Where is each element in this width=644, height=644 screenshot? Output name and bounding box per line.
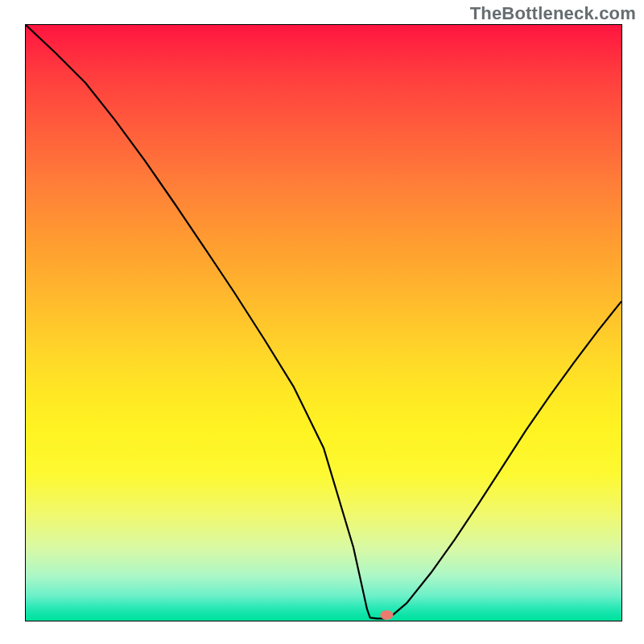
optimal-marker [380,610,393,620]
chart-stage: TheBottleneck.com [0,0,644,644]
bottleneck-curve [26,25,621,618]
watermark-text: TheBottleneck.com [470,3,636,24]
curve-svg [26,25,621,621]
plot-area [25,24,622,621]
